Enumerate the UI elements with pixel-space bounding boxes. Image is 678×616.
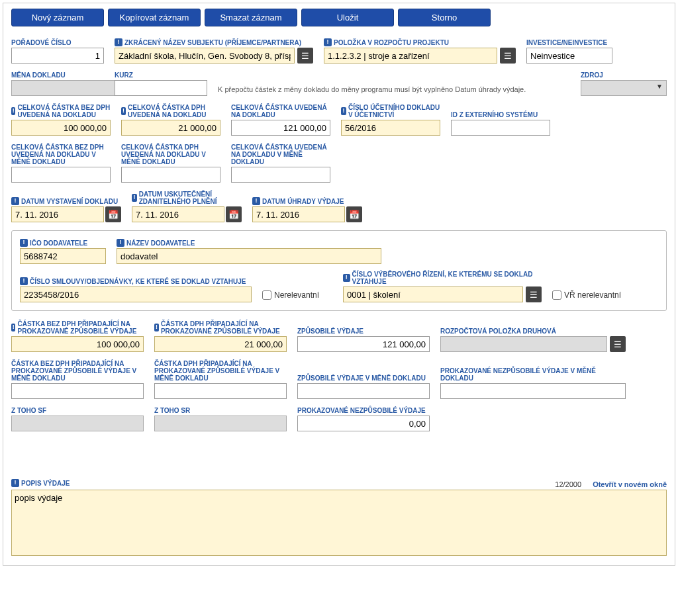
polozka-label: !POLOŽKA V ROZPOČTU PROJEKTU [324,38,516,46]
celk-input[interactable] [231,120,330,136]
calendar-icon: 📅 [108,210,119,220]
id-ext-input[interactable] [451,120,550,136]
required-icon: ! [117,239,124,247]
celk-mena-label: CELKOVÁ ČÁSTKA UVEDENÁ NA DOKLADU V MĚNĚ… [231,144,330,165]
required-icon: ! [11,107,15,115]
mena-label: MĚNA DOKLADU [11,71,104,79]
rozpoctova-input [440,336,607,352]
calendar-datum-zdan-button[interactable]: 📅 [226,206,242,222]
required-icon: ! [11,324,15,331]
toolbar: Nový záznam Kopírovat záznam Smazat zázn… [11,9,667,26]
required-icon: ! [132,194,137,202]
vr-nerelevant-label: VŘ nerelevantní [564,290,621,300]
datum-zdan-label: !DATUM USKUTEČNĚNÍ ZDANITELNÉHO PLNĚNÍ [132,191,238,205]
required-icon: ! [252,197,260,205]
zdroj-label: ZDROJ [581,71,667,79]
vr-nerelevant-checkbox[interactable] [552,290,561,300]
calendar-datum-uhrady-button[interactable]: 📅 [346,206,362,222]
investice-input[interactable] [526,48,612,64]
required-icon: ! [154,324,159,331]
lookup-vr-button[interactable]: ☰ [526,286,542,302]
prok-nezp-input[interactable] [297,416,430,431]
polozka-input[interactable] [324,48,497,64]
castka-dph-prok-input[interactable] [154,336,287,352]
id-ext-label: ID Z EXTERNÍHO SYSTÉMU [451,111,550,118]
celk-bez-dph-label: !CELKOVÁ ČÁSTKA BEZ DPH UVEDENÁ NA DOKLA… [11,104,111,118]
zdroj-select[interactable] [581,80,667,96]
datum-zdan-input[interactable] [132,206,224,222]
datum-vyst-input[interactable] [11,206,104,222]
poradove-label: POŘADOVÉ ČÍSLO [11,39,104,46]
supplier-section: !IČO DODAVATELE !NÁZEV DODAVATELE !ČÍSLO… [11,230,667,311]
datum-uhrady-input[interactable] [252,206,345,222]
required-icon: ! [121,107,126,115]
required-icon: ! [115,38,122,46]
castka-dph-prok-label: !ČÁSTKA DPH PŘIPADAJÍCÍ NA PROKAZOVANÉ Z… [154,320,287,335]
lookup-rozpoctova-button[interactable]: ☰ [610,336,626,352]
popis-textarea[interactable] [11,490,667,556]
celk-dph-mena-input[interactable] [121,167,220,183]
ico-label: !IČO DODAVATELE [20,239,106,247]
popis-counter: 12/2000 [555,480,581,488]
calendar-icon: 📅 [349,210,360,220]
poradove-input[interactable] [11,48,104,64]
lookup-polozka-button[interactable]: ☰ [500,48,516,64]
celk-dph-input[interactable] [121,120,220,136]
nazev-dod-input[interactable] [117,248,381,264]
celk-bez-dph-mena-label: CELKOVÁ ČÁSTKA BEZ DPH UVEDENÁ NA DOKLAD… [11,144,111,165]
prepocet-note: K přepočtu částek z měny dokladu do měny… [218,85,570,93]
celk-mena-input[interactable] [231,167,330,183]
prok-nezp-mena-label: PROKAZOVANÉ NEZPŮSOBILÉ VÝDAJE V MĚNĚ DO… [440,367,626,382]
nerelevant-checkbox[interactable] [262,290,271,300]
required-icon: ! [11,197,19,205]
castka-bez-dph-prok-mena-label: ČÁSTKA BEZ DPH PŘIPADAJÍCÍ NA PROKAZOVAN… [11,360,144,382]
zkraceny-label: !ZKRÁCENÝ NÁZEV SUBJEKTU (PŘÍJEMCE/PARTN… [115,38,313,46]
nerelevant-label: Nerelevantní [274,290,319,300]
chevron-down-icon: ▼ [656,83,663,90]
new-record-button[interactable]: Nový záznam [11,9,104,26]
castka-bez-dph-prok-input[interactable] [11,336,144,352]
open-new-window-link[interactable]: Otevřít v novém okně [593,480,667,488]
castka-bez-dph-prok-mena-input[interactable] [11,383,144,399]
zpusobile-label: ZPŮSOBILÉ VÝDAJE [297,328,430,335]
form-container: Nový záznam Kopírovat záznam Smazat zázn… [3,3,675,566]
mena-input [11,80,130,96]
kurz-input[interactable] [115,80,207,96]
celk-label: CELKOVÁ ČÁSTKA UVEDENÁ NA DOKLADU [231,104,330,118]
datum-vyst-label: !DATUM VYSTAVENÍ DOKLADU [11,197,121,205]
delete-record-button[interactable]: Smazat záznam [205,9,297,26]
celk-dph-mena-label: CELKOVÁ ČÁSTKA DPH UVEDENÁ NA DOKLADU V … [121,144,220,165]
z-toho-sr-input [154,416,287,431]
required-icon: ! [11,479,19,487]
required-icon: ! [20,239,28,247]
calendar-icon: 📅 [228,210,239,220]
cislo-sml-label: !ČÍSLO SMLOUVY/OBJEDNÁVKY, KE KTERÉ SE D… [20,277,252,285]
cislo-sml-input[interactable] [20,286,252,302]
cislo-vr-input[interactable] [343,286,523,302]
nazev-dod-label: !NÁZEV DODAVATELE [117,239,381,247]
calendar-datum-vyst-button[interactable]: 📅 [105,206,121,222]
investice-label: INVESTICE/NEINVESTICE [526,39,612,46]
cislo-ucet-input[interactable] [341,120,440,136]
celk-bez-dph-input[interactable] [11,120,111,136]
cislo-ucet-label: !ČÍSLO ÚČETNÍHO DOKLADU V ÚČETNICTVÍ [341,104,440,118]
lookup-zkraceny-button[interactable]: ☰ [297,48,313,64]
z-toho-sr-label: Z TOHO SR [154,407,287,414]
cancel-button[interactable]: Storno [398,9,491,26]
ico-input[interactable] [20,248,106,264]
castka-bez-dph-prok-label: !ČÁSTKA BEZ DPH PŘIPADAJÍCÍ NA PROKAZOVA… [11,320,144,335]
zpusobile-input[interactable] [297,336,430,352]
zpusobile-mena-input[interactable] [297,383,430,399]
zkraceny-input[interactable] [115,48,295,64]
zpusobile-mena-label: ZPŮSOBILÉ VÝDAJE V MĚNĚ DOKLADU [297,374,430,382]
copy-record-button[interactable]: Kopírovat záznam [108,9,201,26]
required-icon: ! [341,107,346,115]
castka-dph-prok-mena-input[interactable] [154,383,287,399]
required-icon: ! [324,38,332,46]
popis-label: !POPIS VÝDAJE [11,479,70,487]
save-button[interactable]: Uložit [301,9,394,26]
celk-bez-dph-mena-input[interactable] [11,167,111,183]
z-toho-sf-label: Z TOHO SF [11,407,144,414]
prok-nezp-mena-input[interactable] [440,383,626,399]
celk-dph-label: !CELKOVÁ ČÁSTKA DPH UVEDENÁ NA DOKLADU [121,104,220,118]
